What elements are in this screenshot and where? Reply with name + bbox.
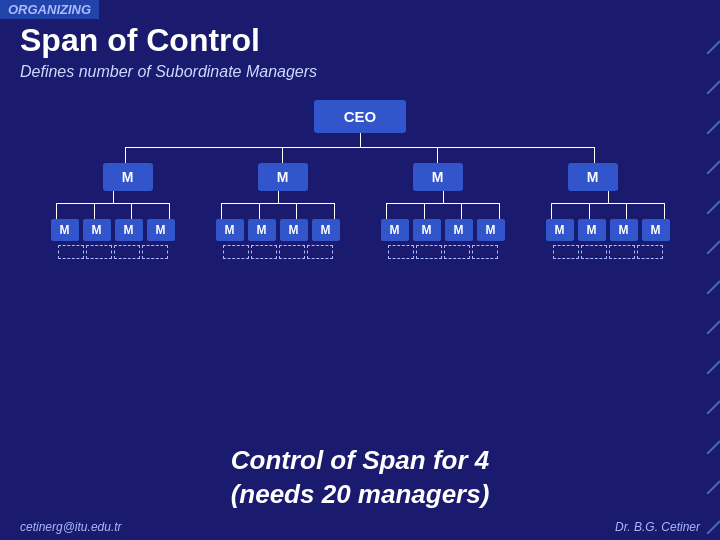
org-diagram: CEO M M M M M — [0, 100, 720, 259]
level2-area: M M M M M M M M — [30, 191, 690, 241]
tiny-box-8 — [307, 245, 333, 259]
small-m-3-4: M — [477, 219, 505, 241]
bottom-group-4 — [533, 245, 683, 259]
caption-line2: (needs 20 managers) — [0, 478, 720, 512]
tiny-box-15 — [609, 245, 635, 259]
small-m-4-3: M — [610, 219, 638, 241]
bottom-group-1 — [38, 245, 188, 259]
bottom-group-2 — [203, 245, 353, 259]
m-row: M M M M — [50, 163, 670, 191]
tiny-box-10 — [416, 245, 442, 259]
m-box-3: M — [413, 163, 463, 191]
small-m-3-2: M — [413, 219, 441, 241]
m-subtree-1: M M M M — [38, 191, 188, 241]
tiny-box-6 — [251, 245, 277, 259]
tiny-box-14 — [581, 245, 607, 259]
tiny-box-4 — [142, 245, 168, 259]
small-m-row-1: M M M M — [51, 219, 175, 241]
m-box-2: M — [258, 163, 308, 191]
small-m-2-4: M — [312, 219, 340, 241]
subtitle: Defines number of Subordinate Managers — [0, 59, 720, 81]
small-m-4-1: M — [546, 219, 574, 241]
m-subtree-2: M M M M — [203, 191, 353, 241]
small-m-2-1: M — [216, 219, 244, 241]
caption-line1: Control of Span for 4 — [0, 444, 720, 478]
footer-email: cetinerg@itu.edu.tr — [20, 520, 122, 534]
tiny-box-9 — [388, 245, 414, 259]
small-m-row-3: M M M M — [381, 219, 505, 241]
small-m-1-3: M — [115, 219, 143, 241]
small-m-4-4: M — [642, 219, 670, 241]
small-m-2-3: M — [280, 219, 308, 241]
tiny-box-5 — [223, 245, 249, 259]
small-m-1-4: M — [147, 219, 175, 241]
small-m-row-4: M M M M — [546, 219, 670, 241]
tiny-box-16 — [637, 245, 663, 259]
m-subtree-4: M M M M — [533, 191, 683, 241]
m-box-1: M — [103, 163, 153, 191]
tiny-box-7 — [279, 245, 305, 259]
ceo-box: CEO — [314, 100, 407, 133]
small-m-3-3: M — [445, 219, 473, 241]
small-m-row-2: M M M M — [216, 219, 340, 241]
tiny-box-1 — [58, 245, 84, 259]
bottom-group-3 — [368, 245, 518, 259]
bottom-caption: Control of Span for 4 (needs 20 managers… — [0, 444, 720, 512]
section-label: ORGANIZING — [0, 0, 99, 19]
small-m-4-2: M — [578, 219, 606, 241]
bottom-dotted-row — [30, 245, 690, 259]
ceo-connectors — [50, 133, 670, 163]
tiny-box-2 — [86, 245, 112, 259]
footer-author: Dr. B.G. Cetiner — [615, 520, 700, 534]
page-title: Span of Control — [0, 0, 720, 59]
tiny-box-13 — [553, 245, 579, 259]
small-m-2-2: M — [248, 219, 276, 241]
small-m-3-1: M — [381, 219, 409, 241]
tiny-box-12 — [472, 245, 498, 259]
small-m-1-1: M — [51, 219, 79, 241]
m-box-4: M — [568, 163, 618, 191]
tiny-box-11 — [444, 245, 470, 259]
m-subtree-3: M M M M — [368, 191, 518, 241]
small-m-1-2: M — [83, 219, 111, 241]
tiny-box-3 — [114, 245, 140, 259]
